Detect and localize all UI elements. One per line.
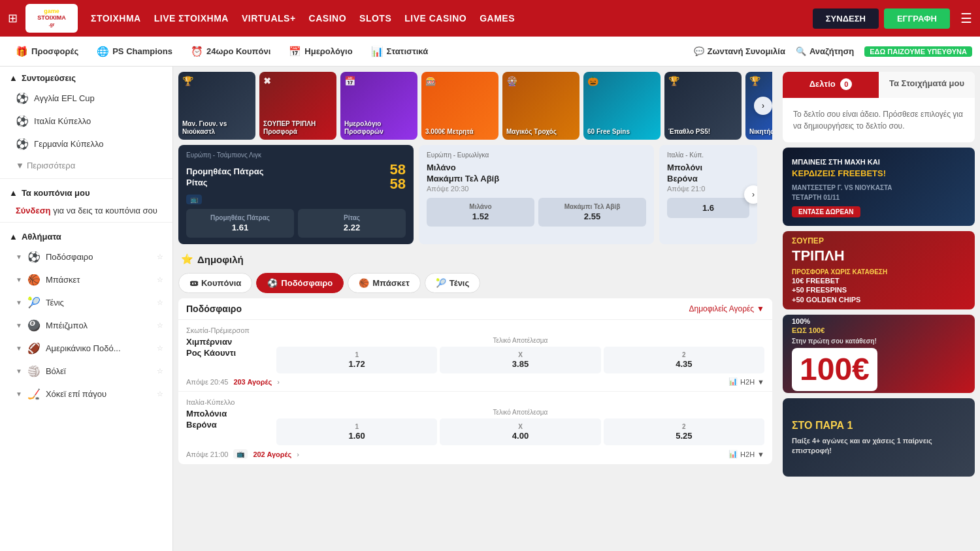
sports-header[interactable]: ▲ Αθλήματα	[0, 225, 172, 245]
sidebar-item-italy-cup[interactable]: ⚽ Ιταλία Κύπελλο	[0, 110, 172, 133]
sidebar-item-efl-cup[interactable]: ⚽ Αγγλία EFL Cup	[0, 87, 172, 110]
tab-basketball[interactable]: 🏀 Μπάσκετ	[348, 273, 421, 293]
promo-label-1: ΣΟΥΠΕΡ ΤΡΙΠΛΗ Προσφορά	[263, 120, 333, 136]
odd-table-0-0[interactable]: 1 1.72	[276, 347, 437, 373]
nav-casino[interactable]: CASINO	[309, 13, 346, 24]
coupons-header[interactable]: ▲ Τα κουπόνια μου	[0, 181, 172, 202]
chevron-right-icon-1[interactable]: ›	[297, 450, 299, 458]
odd-table-1-1[interactable]: Χ 4.00	[440, 418, 600, 445]
sec-nav-calendar[interactable]: 📅 Ημερολόγιο	[281, 42, 360, 61]
nav-slots[interactable]: SLOTS	[359, 13, 391, 24]
tab-football[interactable]: ⚽ Ποδόσφαιρο	[256, 273, 344, 293]
nav-virtuals[interactable]: VIRTUALS+	[242, 13, 296, 24]
chevron-down-icon-americanfootball: ▼	[16, 345, 22, 352]
live-match-card-1[interactable]: Ευρώπη - Ευρωλίγκα Μιλάνο Μακάμπι Τελ Αβ…	[419, 145, 654, 244]
logo[interactable]: gameSTOIXIMA.gr	[25, 4, 78, 33]
star-icon-basketball: ☆	[157, 276, 163, 284]
tab-tennis[interactable]: 🎾 Τένις	[425, 273, 480, 293]
star-icon-football: ☆	[157, 253, 163, 261]
betslip-mybets-label: Τα Στοιχήματά μου	[889, 78, 964, 88]
odd-btn-1-0[interactable]: Μιλάνο 1.52	[427, 198, 534, 227]
tv-icon-0: 📺	[186, 195, 202, 204]
betslip-tab-active[interactable]: Δελτίο 0	[783, 72, 879, 98]
live-score2-0: 58	[390, 177, 406, 191]
hamburger-icon[interactable]: ☰	[960, 10, 972, 26]
live-match-card-2[interactable]: Ιταλία - Κύπ. Μπολόνι Βερόνα Απόψε 21:0 …	[659, 145, 757, 244]
live-chat-btn[interactable]: 💬 Ζωντανή Συνομιλία	[694, 46, 785, 56]
slider-next-arrow[interactable]: ›	[754, 97, 772, 115]
main-content: 🏆 Μαν. Γιουν. vs Νιούκαστλ ✖ ΣΟΥΠΕΡ ΤΡΙΠ…	[173, 67, 777, 551]
tv-indicator-1: 📺	[233, 449, 248, 459]
tab-coupons[interactable]: 🎟 Κουπόνια	[178, 273, 252, 293]
baseball-icon: 🎱	[27, 319, 41, 332]
market-count-1[interactable]: 202 Αγορές	[253, 450, 291, 458]
grid-icon[interactable]: ⊞	[8, 11, 18, 25]
nav-live[interactable]: LIVE ΣΤΟΙΧΗΜΑ	[154, 13, 229, 24]
promo-banner-0[interactable]: ΜΠΑΙΝΕΙΣ ΣΤΗ ΜΑΧΗ ΚΑΙ ΚΕΡΔΙΖΕΙΣ FREEBETS…	[783, 148, 975, 226]
live-matches-next-arrow[interactable]: ›	[744, 185, 757, 204]
sec-nav-stats[interactable]: 📊 Στατιστικά	[363, 42, 436, 61]
popular-markets-dropdown[interactable]: Δημοφιλείς Αγορές ▼	[689, 304, 764, 313]
promo-banner-2[interactable]: 100% ΕΩΣ 100€ Στην πρώτη σου κατάθεση! 1…	[783, 315, 975, 393]
odd-btn-0-0[interactable]: Προμηθέας Πάτρας 1.61	[186, 209, 294, 238]
coupon-signin-link[interactable]: Σύνδεση	[16, 206, 51, 215]
promo-card-1[interactable]: ✖ ΣΟΥΠΕΡ ΤΡΙΠΛΗ Προσφορά	[259, 72, 336, 140]
nav-stoixima[interactable]: ΣΤΟΙΧΗΜΑ	[91, 13, 141, 24]
odd-btn-2-0[interactable]: 1.6	[667, 198, 749, 218]
signin-button[interactable]: ΣΥΝΔΕΣΗ	[813, 8, 879, 29]
promo-card-3[interactable]: 🎰 3.000€ Μετρητά	[421, 72, 498, 140]
sidebar-item-volleyball[interactable]: ▼ 🏐 Βόλεϊ ☆	[0, 360, 172, 383]
sec-nav-promotions[interactable]: 🎁 Προσφορές	[8, 42, 86, 61]
search-btn[interactable]: 🔍 Αναζήτηση	[796, 46, 854, 56]
nav-games[interactable]: GAMES	[480, 13, 515, 24]
shortcuts-header[interactable]: ▲ Συντομεύσεις	[0, 67, 172, 87]
odd-table-0-2[interactable]: 2 4.35	[604, 347, 764, 373]
match-league-1: Ιταλία-Κύπελλο	[186, 398, 235, 406]
promo-card-6[interactable]: 🏆 Έπαθλο PS5!	[664, 72, 742, 140]
odd-table-1-0[interactable]: 1 1.60	[276, 418, 437, 445]
sidebar-item-baseball[interactable]: ▼ 🎱 Μπέιζμπολ ☆	[0, 314, 172, 337]
chevron-right-icon-0[interactable]: ›	[277, 378, 280, 386]
live-match-card-0[interactable]: Ευρώπη - Τσάμπιονς Λιγκ Προμηθέας Πάτρας…	[178, 145, 414, 244]
odd-table-1-2[interactable]: 2 5.25	[604, 418, 764, 445]
nav-livecasino[interactable]: LIVE CASINO	[404, 13, 466, 24]
football-tab-label: Ποδόσφαιρο	[281, 278, 333, 288]
promo-card-2[interactable]: 📅 Ημερολόγιο Προσφορών	[340, 72, 417, 140]
sidebar-item-germany-cup[interactable]: ⚽ Γερμανία Κύπελλο	[0, 133, 172, 155]
sec-nav-24h-coupon[interactable]: ⏰ 24ωρο Κουπόνι	[183, 42, 278, 61]
betslip-tab-label: Δελτίο	[809, 79, 836, 89]
chevron-down-icon-tennis: ▼	[16, 299, 22, 306]
promo-banner-0-link[interactable]: ΕΝΤΑΣΕ ΔΩΡΕΑΝ	[792, 206, 860, 217]
betslip-tab-mybets[interactable]: Τα Στοιχήματά μου	[879, 72, 975, 98]
promo-banner-1[interactable]: ΣΟΥΠΕΡ ΤΡΙΠΛΗ ΠΡΟΣΦΟΡΑ ΧΩΡΙΣ ΚΑΤΑΘΕΣΗ 10…	[783, 231, 975, 309]
h2h-btn-1[interactable]: 📊 H2H ▼	[728, 450, 764, 458]
promo-banner-3-text: ΣΤΟ ΠΑΡΑ 1 Παίξε 4+ αγώνες και αν χάσεις…	[792, 418, 966, 456]
sidebar-item-tennis[interactable]: ▼ 🎾 Τένις ☆	[0, 291, 172, 314]
match-table: Ποδόσφαιρο Δημοφιλείς Αγορές ▼ Σκωτία-Πρ…	[178, 298, 772, 464]
chevron-down-icon-icehockey: ▼	[16, 390, 22, 398]
sec-nav-ps-champions[interactable]: 🌐 PS Champions	[89, 42, 180, 61]
promo-card-4[interactable]: 🎡 Μαγικός Τροχός	[502, 72, 580, 140]
promo-card-0[interactable]: 🏆 Μαν. Γιουν. vs Νιούκαστλ	[178, 72, 255, 140]
sidebar-item-basketball[interactable]: ▼ 🏀 Μπάσκετ ☆	[0, 268, 172, 291]
sidebar-item-americanfootball[interactable]: ▼ 🏈 Αμερικάνικο Ποδό... ☆	[0, 337, 172, 360]
sidebar-item-icehockey[interactable]: ▼ 🏒 Χόκεϊ επί πάγου ☆	[0, 383, 172, 405]
register-button[interactable]: ΕΓΓΡΑΦΗ	[884, 8, 950, 29]
promo-icon-6: 🏆	[668, 76, 679, 86]
promo-banner-3[interactable]: ΣΤΟ ΠΑΡΑ 1 Παίξε 4+ αγώνες και αν χάσεις…	[783, 398, 975, 477]
match-time-0: Απόψε 20:45	[186, 378, 228, 386]
live-chat-label: Ζωντανή Συνομιλία	[708, 46, 785, 56]
shortcuts-more[interactable]: ▼ Περισσότερα	[0, 155, 172, 176]
h2h-btn-0[interactable]: 📊 H2H ▼	[728, 377, 764, 386]
odd-btn-1-1[interactable]: Μακάμπι Τελ Αβίβ 2.55	[538, 198, 646, 227]
soccer-icon-1: ⚽	[16, 92, 29, 104]
market-count-0[interactable]: 203 Αγορές	[233, 378, 272, 386]
odd-btn-0-1[interactable]: Ρίτας 2.22	[298, 209, 406, 238]
search-icon: 🔍	[796, 46, 806, 56]
sidebar-item-football[interactable]: ▼ ⚽ Ποδόσφαιρο ☆	[0, 245, 172, 268]
icehockey-icon: 🏒	[27, 388, 41, 400]
promo-card-5[interactable]: 🎃 60 Free Spins	[583, 72, 661, 140]
sec-nav-promotions-label: Προσφορές	[31, 46, 78, 56]
odd-table-0-1[interactable]: Χ 3.85	[440, 347, 600, 373]
match-team1-0: Χιμπέρνιαν	[186, 337, 271, 347]
